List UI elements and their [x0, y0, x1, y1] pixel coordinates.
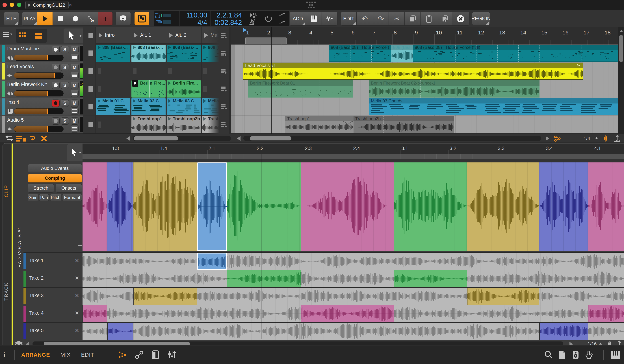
automation-write-button[interactable]: W [83, 12, 98, 25]
take-header[interactable]: Take 1✕ [24, 252, 82, 270]
arranger-clip[interactable]: TrashLoop1 [285, 116, 353, 133]
clip-grid-dropdown-icon[interactable] [599, 342, 602, 344]
record-arm-button[interactable] [52, 117, 60, 125]
take-comp-region[interactable] [539, 323, 588, 340]
comping-tab[interactable]: Comping [28, 174, 82, 183]
take-header[interactable]: Take 4✕ [24, 305, 82, 322]
take-header[interactable]: Take 2✕ [24, 270, 82, 287]
layers-icon[interactable] [14, 341, 23, 345]
follow-playhead-icon[interactable] [28, 135, 37, 142]
record-button[interactable] [68, 12, 83, 25]
arranger-clip[interactable]: Berlin Firework Beat 01 [248, 80, 353, 97]
arranger-clip[interactable]: Berlin Firework Beat 02-bounce-1 [369, 80, 540, 97]
grid-layout-icon[interactable] [19, 32, 27, 39]
browser-button[interactable] [116, 12, 131, 25]
take-header[interactable]: Take 3✕ [24, 287, 82, 305]
close-window-button[interactable] [2, 3, 7, 7]
arranger-clip[interactable]: 808 (Bass-08) - House Force (full) [413, 45, 618, 62]
tempo-value[interactable]: 110.00 [180, 11, 210, 19]
track-list-menu-icon[interactable] [3, 31, 13, 40]
clip-scroll-right-arrow[interactable] [570, 342, 573, 345]
empty-clip-slot[interactable] [98, 86, 101, 92]
empty-clip-slot[interactable] [133, 68, 136, 74]
stop-all-clips-button[interactable] [88, 33, 93, 38]
delete-take-button[interactable]: ✕ [75, 257, 79, 264]
arranger-scroll-left-arrow[interactable] [237, 136, 240, 141]
track-row[interactable]: Drum MachineSM [0, 45, 83, 62]
take-comp-region[interactable] [197, 253, 227, 270]
empty-clip-slot[interactable] [168, 68, 172, 74]
launcher-list-icon[interactable] [221, 122, 227, 128]
comp-segment-olive[interactable] [467, 162, 539, 251]
audio-events-tab[interactable]: Audio Events [28, 164, 82, 173]
record-arm-button[interactable] [52, 99, 60, 107]
comp-lane[interactable] [82, 162, 624, 251]
stop-button[interactable] [53, 12, 68, 25]
take-comp-region[interactable] [467, 288, 539, 305]
track-group-icon[interactable] [553, 135, 562, 142]
clip-editor-ruler[interactable]: 1.31.42.12.22.32.43.13.23.33.44.1 [82, 143, 624, 154]
search-icon[interactable] [544, 350, 553, 359]
comp-segment-pink[interactable] [82, 162, 107, 251]
solo-button[interactable]: S [61, 46, 69, 53]
empty-clip-slot[interactable] [203, 86, 207, 92]
mixer-panel-icon[interactable] [167, 350, 177, 360]
empty-clip-slot[interactable] [98, 68, 101, 74]
cut-button[interactable]: ✂ [389, 12, 405, 25]
position-section[interactable]: 2.2.1.84 0:02.842 [210, 11, 245, 26]
touch-mode-icon[interactable] [585, 350, 593, 359]
track-menu-button[interactable] [71, 72, 78, 79]
add-instrument-track-button[interactable] [306, 12, 322, 25]
track-stop-button[interactable] [88, 104, 93, 110]
empty-clip-slot[interactable] [98, 121, 101, 128]
overdub-add-button[interactable]: + [98, 12, 112, 25]
launcher-clip[interactable]: Mella 01 C... [96, 98, 130, 115]
volume-fader[interactable] [14, 90, 64, 96]
delete-button[interactable] [452, 12, 469, 25]
arranger-scrollbar-handle[interactable] [250, 136, 291, 140]
solo-button[interactable]: S [61, 99, 69, 107]
minimize-window-button[interactable] [10, 3, 14, 7]
duplicate-button[interactable] [437, 12, 452, 25]
track-row[interactable]: Audio 5SM [0, 116, 83, 134]
track-stop-button[interactable] [88, 122, 93, 127]
tempo-section[interactable]: 110.00 4/4 [180, 11, 210, 26]
play-start-marker[interactable] [242, 27, 247, 33]
delete-take-button[interactable]: ✕ [75, 293, 79, 299]
mute-button[interactable]: M [71, 64, 78, 71]
loop-region-bar[interactable] [245, 38, 286, 44]
launcher-clip[interactable]: Berlin Fire... [167, 80, 201, 97]
launcher-list-icon[interactable] [221, 104, 227, 110]
take-lane[interactable] [82, 252, 624, 270]
volume-fader[interactable] [14, 55, 64, 61]
audio-engine-icon[interactable] [571, 350, 580, 359]
take-lane[interactable] [82, 270, 624, 287]
adaptive-grid-icon[interactable] [615, 340, 623, 345]
arrange-grid-dropdown-icon[interactable] [595, 137, 598, 139]
double-row-height-icon[interactable] [16, 135, 26, 142]
arranger-clip[interactable]: 808 (Bass-08) - House Force ( [329, 45, 391, 62]
metronome-icon[interactable] [249, 18, 257, 25]
snap-toggle-icon[interactable] [604, 341, 614, 345]
detail-tab-track[interactable]: TRACK [4, 282, 9, 301]
launcher-clip[interactable]: Mella 02 C... [131, 98, 166, 115]
volume-fader[interactable] [14, 108, 64, 114]
snap-toggle-icon[interactable] [600, 136, 610, 141]
detail-tab-clip[interactable]: CLIP [4, 185, 9, 197]
view-tab-edit[interactable]: EDIT [81, 352, 94, 358]
zoom-window-button[interactable] [17, 3, 21, 7]
take-lane[interactable] [82, 322, 624, 340]
arranger-scrollbar[interactable] [243, 136, 541, 141]
take-comp-region[interactable] [394, 270, 467, 287]
clip-scroll-left-arrow[interactable] [26, 342, 29, 345]
clip-editor-scrollbar[interactable] [32, 341, 563, 345]
play-button[interactable] [37, 12, 53, 25]
record-arm-button[interactable] [52, 46, 60, 53]
close-project-icon[interactable]: ✕ [68, 2, 72, 8]
gain-tab[interactable]: Gain [28, 194, 38, 201]
add-audio-track-button[interactable] [322, 12, 337, 25]
view-tab-arrange[interactable]: ARRANGE [21, 352, 50, 358]
track-menu-button[interactable] [71, 54, 78, 61]
comp-segment-pink[interactable] [588, 162, 624, 251]
info-icon[interactable]: i [0, 351, 8, 359]
